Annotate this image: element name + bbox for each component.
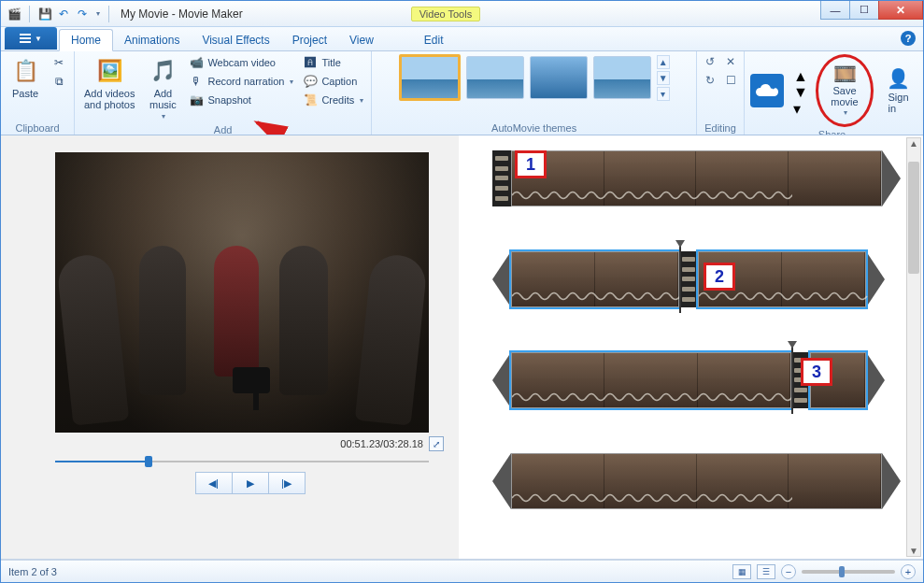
delete-icon[interactable]: ✕ xyxy=(723,54,738,69)
timeline-clip[interactable] xyxy=(492,453,901,509)
onedrive-button[interactable] xyxy=(750,74,784,107)
audio-waveform xyxy=(512,187,792,204)
webcam-video-button[interactable]: 📹Webcam video xyxy=(187,54,295,71)
caption-button[interactable]: 💬Caption xyxy=(301,73,365,90)
group-add: 🖼️ Add videos and photos 🎵 Add music 📹We… xyxy=(75,51,372,135)
share-up[interactable]: ▲ xyxy=(793,68,806,82)
rotate-right-icon[interactable]: ↻ xyxy=(703,73,718,88)
timeline-clip[interactable]: 1 xyxy=(492,150,901,206)
save-movie-icon: 🎞️ xyxy=(833,64,857,84)
add-music-label: Add music xyxy=(149,88,177,110)
preview-pane: 00:51.23/03:28.18 ⤢ ◀| ▶ |▶ xyxy=(1,135,459,559)
app-icon: 🎬 xyxy=(7,7,21,21)
transport-controls: ◀| ▶ |▶ xyxy=(55,472,446,494)
main-area: 00:51.23/03:28.18 ⤢ ◀| ▶ |▶ ▲▼ xyxy=(1,135,923,560)
theme-2[interactable] xyxy=(466,56,524,99)
film-sprocket xyxy=(492,150,511,206)
menu-icon xyxy=(20,34,31,43)
add-music-button[interactable]: 🎵 Add music xyxy=(144,54,181,122)
ribbon-tabs: ▼ Home Animations Visual Effects Project… xyxy=(1,27,923,51)
music-icon: 🎵 xyxy=(148,56,178,86)
status-item-count: Item 2 of 3 xyxy=(8,566,57,577)
record-narration-button[interactable]: 🎙Record narration xyxy=(187,73,295,90)
add-videos-label: Add videos and photos xyxy=(84,88,135,110)
vertical-scrollbar[interactable]: ▲▼ xyxy=(906,137,921,557)
prev-frame-button[interactable]: ◀| xyxy=(195,472,233,494)
paste-label: Paste xyxy=(12,88,38,99)
zoom-out-button[interactable]: − xyxy=(781,564,796,579)
snapshot-button[interactable]: 📷Snapshot xyxy=(187,92,295,108)
tab-visual-effects[interactable]: Visual Effects xyxy=(191,30,280,50)
minimize-button[interactable]: — xyxy=(820,1,850,20)
rotate-left-icon[interactable]: ↺ xyxy=(703,54,718,69)
timeline-clip[interactable]: 2 xyxy=(492,251,901,307)
playhead[interactable] xyxy=(679,246,681,313)
tab-view[interactable]: View xyxy=(338,30,385,50)
themes-down[interactable]: ▼ xyxy=(657,71,670,85)
title-button[interactable]: 🅰Title xyxy=(301,54,365,71)
separator xyxy=(29,6,30,22)
paste-button[interactable]: 📋 Paste xyxy=(7,54,44,101)
status-bar: Item 2 of 3 ▦ ☰ − + xyxy=(1,560,923,582)
audio-waveform xyxy=(512,389,792,405)
user-icon: 👤 xyxy=(887,67,910,90)
separator xyxy=(108,6,109,22)
tab-project[interactable]: Project xyxy=(281,30,338,50)
copy-button[interactable]: ⧉ xyxy=(50,73,68,90)
credits-button[interactable]: 📜Credits xyxy=(301,92,365,108)
title-label: Title xyxy=(321,57,340,68)
add-videos-photos-button[interactable]: 🖼️ Add videos and photos xyxy=(80,54,138,112)
theme-1[interactable] xyxy=(399,54,461,101)
quick-access-toolbar: 🎬 💾 ↶ ↷ xyxy=(1,6,119,22)
qat-dropdown[interactable] xyxy=(93,7,101,21)
contextual-tab-label: Video Tools xyxy=(411,7,480,21)
redo-icon[interactable]: ↷ xyxy=(75,7,90,21)
themes-more[interactable]: ▾ xyxy=(657,87,670,101)
seek-bar[interactable] xyxy=(55,459,429,464)
timeline-clip[interactable]: 3 xyxy=(492,352,901,408)
themes-up[interactable]: ▲ xyxy=(657,55,670,69)
sign-in-button[interactable]: 👤 Sign in xyxy=(883,64,914,118)
view-thumbnails[interactable]: ▦ xyxy=(732,564,751,579)
share-down[interactable]: ▼ xyxy=(793,84,806,98)
group-editing: ↺ ✕ ↻ ☐ Editing xyxy=(697,51,745,135)
tab-home[interactable]: Home xyxy=(59,29,113,51)
caption-label: Caption xyxy=(321,76,357,87)
group-label: AutoMovie themes xyxy=(377,121,690,134)
fullscreen-button[interactable]: ⤢ xyxy=(429,436,444,451)
save-icon[interactable]: 💾 xyxy=(37,7,52,21)
video-preview[interactable] xyxy=(55,152,429,433)
save-movie-button[interactable]: 🎞️ Save movie xyxy=(827,63,861,119)
audio-waveform xyxy=(512,490,792,506)
tab-edit[interactable]: Edit xyxy=(413,30,455,50)
save-movie-highlight: 🎞️ Save movie xyxy=(816,54,874,127)
select-all-icon[interactable]: ☐ xyxy=(723,73,738,88)
playhead[interactable] xyxy=(791,347,793,414)
zoom-slider[interactable] xyxy=(802,570,895,574)
mic-icon: 🎙 xyxy=(189,74,204,89)
group-clipboard: 📋 Paste ✂ ⧉ Clipboard xyxy=(1,51,75,135)
tab-animations[interactable]: Animations xyxy=(113,30,191,50)
copy-icon: ⧉ xyxy=(51,74,66,89)
credits-icon: 📜 xyxy=(303,92,318,107)
file-menu[interactable]: ▼ xyxy=(5,27,57,50)
share-more[interactable]: ▾ xyxy=(793,100,806,114)
cut-button[interactable]: ✂ xyxy=(50,54,68,71)
group-label: Add xyxy=(80,122,365,135)
group-label: Share xyxy=(750,127,914,135)
undo-icon[interactable]: ↶ xyxy=(56,7,71,21)
window-title: My Movie - Movie Maker xyxy=(119,7,243,21)
sign-in-label: Sign in xyxy=(888,92,908,114)
next-frame-button[interactable]: |▶ xyxy=(268,472,306,494)
group-share: ▲ ▼ ▾ 🎞️ Save movie 👤 Sign in Share xyxy=(745,51,923,135)
play-button[interactable]: ▶ xyxy=(232,472,269,494)
zoom-in-button[interactable]: + xyxy=(901,564,916,579)
clipboard-icon: 📋 xyxy=(10,56,40,86)
theme-4[interactable] xyxy=(593,56,651,99)
help-button[interactable]: ? xyxy=(901,31,916,46)
maximize-button[interactable]: ☐ xyxy=(849,1,879,20)
view-details[interactable]: ☰ xyxy=(757,564,775,579)
theme-3[interactable] xyxy=(530,56,588,99)
credits-label: Credits xyxy=(321,94,354,106)
close-button[interactable]: ✕ xyxy=(878,1,923,20)
